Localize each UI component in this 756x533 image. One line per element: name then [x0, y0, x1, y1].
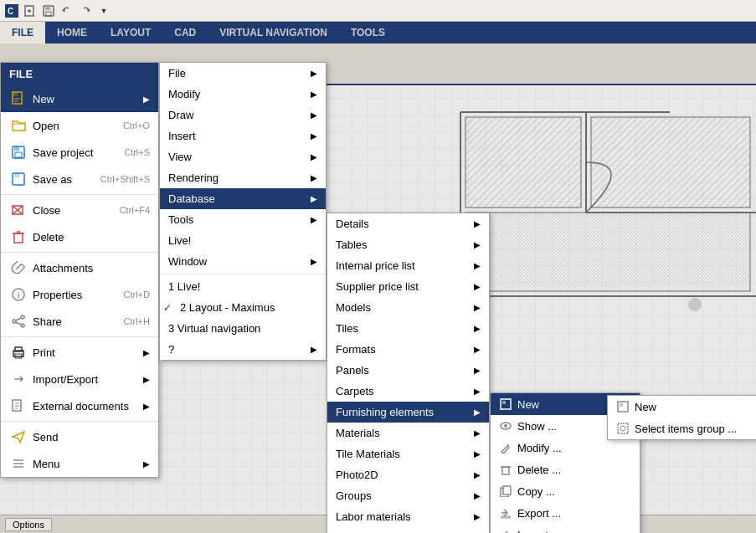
svg-rect-17 [465, 213, 750, 291]
file-menu-close[interactable]: Close Ctrl+F4 [1, 197, 158, 223]
tab-layout[interactable]: LAYOUT [99, 22, 162, 44]
svg-rect-73 [618, 423, 628, 433]
file-menu-menu[interactable]: Menu ▶ [1, 450, 158, 477]
sub3-modify-label: Modify ... [517, 442, 562, 454]
sub2-models[interactable]: Models ▶ [327, 297, 489, 318]
quick-undo-icon[interactable] [59, 3, 75, 19]
sub2-tables[interactable]: Tables ▶ [327, 234, 489, 255]
sub1-database[interactable]: Database ▶ [160, 188, 326, 209]
file-share-shortcut: Ctrl+H [124, 316, 150, 326]
tab-virtual-navigation[interactable]: VIRTUAL NAVIGATION [208, 22, 339, 44]
sub1-file[interactable]: File ▶ [160, 63, 326, 84]
attach-icon [9, 259, 28, 277]
quick-redo-icon[interactable] [77, 3, 94, 19]
file-menu-attachments[interactable]: Attachments [1, 254, 158, 281]
sub1-3virtual[interactable]: 3 Virtual navigation [160, 318, 326, 339]
svg-rect-22 [13, 92, 18, 96]
sub2-carpets[interactable]: Carpets ▶ [327, 381, 489, 402]
svg-rect-44 [15, 347, 22, 351]
sub2-furnishing[interactable]: Furnishing elements ▶ [327, 402, 489, 423]
quick-new-icon[interactable] [22, 3, 39, 19]
tab-tools[interactable]: TOOLS [339, 22, 397, 44]
sub2-formats-label: Formats [336, 343, 376, 356]
sub2-photo2d[interactable]: Photo2D ▶ [327, 464, 489, 485]
sub4-selectgroup-label: Select items group ... [635, 423, 737, 435]
sub2-panels-label: Panels [336, 364, 369, 377]
sub2-materials[interactable]: Materials ▶ [327, 423, 489, 443]
new-icon [9, 90, 28, 108]
sub2-models-label: Models [336, 301, 371, 314]
sub1-window[interactable]: Window ▶ [160, 251, 326, 272]
file-print-arrow: ▶ [143, 348, 150, 357]
tab-home[interactable]: HOME [45, 22, 99, 44]
file-menu-importexport[interactable]: Import/Export ▶ [1, 366, 158, 392]
file-save-label: Save project [33, 146, 93, 159]
sub1-draw[interactable]: Draw ▶ [160, 105, 326, 126]
file-menu-new[interactable]: New ▶ [1, 85, 158, 112]
file-importexport-label: Import/Export [33, 373, 98, 386]
file-attach-label: Attachments [33, 262, 93, 274]
sub2-details[interactable]: Details ▶ [327, 213, 489, 234]
share-icon [9, 312, 28, 331]
quick-menu-arrow-icon[interactable]: ▼ [95, 3, 112, 19]
sub1-1live[interactable]: 1 Live! [160, 276, 326, 297]
sub2-formats[interactable]: Formats ▶ [327, 339, 489, 360]
tab-file[interactable]: FILE [0, 22, 45, 44]
sub2-details-label: Details [336, 218, 369, 230]
sub3-new-icon [499, 397, 512, 411]
sub2-photo2d-arrow: ▶ [474, 470, 481, 479]
sub3-import[interactable]: Import ... [491, 524, 640, 533]
sub2-mosaics[interactable]: Mosaics ▶ [327, 527, 489, 533]
svg-rect-63 [501, 516, 510, 518]
sub2-tilematerials-label: Tile Materials [336, 448, 400, 460]
sub1-modify[interactable]: Modify ▶ [160, 84, 326, 105]
file-menu-externaldocs[interactable]: External documents ▶ [1, 392, 158, 419]
submenu-level1: File ▶ Modify ▶ Draw ▶ Insert ▶ View ▶ R… [159, 62, 327, 361]
sub3-delete[interactable]: Delete ... [491, 459, 640, 480]
sub1-live[interactable]: Live! [160, 230, 326, 251]
sub1-insert-arrow: ▶ [311, 131, 317, 141]
quick-access-toolbar: C ▼ [0, 0, 756, 22]
file-menu-share[interactable]: Share Ctrl+H [1, 308, 158, 335]
sub4-new[interactable]: New [608, 396, 756, 418]
file-menu-saveas[interactable]: Save as Ctrl+Shift+S [1, 166, 158, 192]
sub1-rendering[interactable]: Rendering ▶ [160, 167, 326, 188]
sub3-modify-icon [499, 441, 512, 454]
sub1-2layout[interactable]: ✓ 2 Layout - Maximus [160, 297, 326, 318]
svg-point-38 [21, 315, 24, 319]
sub2-tilematerials-arrow: ▶ [474, 449, 481, 459]
file-menu-properties[interactable]: i Properties Ctrl+D [1, 281, 158, 308]
file-menu-send[interactable]: Send [1, 423, 158, 450]
sub3-export[interactable]: Export ... [491, 502, 640, 524]
sub2-groups-arrow: ▶ [474, 491, 481, 500]
tab-cad[interactable]: CAD [162, 22, 208, 44]
sub2-supplierpricelist[interactable]: Supplier price list ▶ [327, 276, 489, 297]
file-open-shortcut: Ctrl+O [123, 120, 150, 131]
quick-save-icon[interactable] [40, 3, 57, 19]
sub2-panels[interactable]: Panels ▶ [327, 360, 489, 381]
sub2-tilematerials[interactable]: Tile Materials ▶ [327, 443, 489, 464]
submenu-level4: New Select items group ... [607, 395, 756, 440]
file-menu-save[interactable]: Save project Ctrl+S [1, 139, 158, 166]
sub2-internalpricelist[interactable]: Internal price list ▶ [327, 255, 489, 276]
file-props-label: Properties [33, 289, 82, 301]
sub3-copy[interactable]: Copy ... [491, 480, 640, 502]
file-close-shortcut: Ctrl+F4 [120, 205, 150, 215]
file-menu-print[interactable]: Print ▶ [1, 339, 158, 366]
sub1-view[interactable]: View ▶ [160, 146, 326, 167]
sub2-tiles[interactable]: Tiles ▶ [327, 318, 489, 339]
svg-rect-58 [502, 467, 509, 474]
sub2-groups[interactable]: Groups ▶ [327, 485, 489, 506]
sub1-tools[interactable]: Tools ▶ [160, 209, 326, 230]
svg-rect-54 [502, 401, 506, 404]
options-button[interactable]: Options [5, 518, 52, 531]
sub1-question-arrow: ▶ [311, 345, 317, 354]
sub4-selectgroup[interactable]: Select items group ... [608, 418, 756, 439]
sub2-groups-label: Groups [336, 489, 372, 502]
file-menu-open[interactable]: Open Ctrl+O [1, 112, 158, 139]
sub3-copy-icon [499, 484, 512, 498]
sub1-question[interactable]: ? ▶ [160, 339, 326, 360]
sub2-labormaterials[interactable]: Labor materials ▶ [327, 506, 489, 527]
sub1-insert[interactable]: Insert ▶ [160, 126, 326, 146]
file-menu-delete[interactable]: Delete [1, 223, 158, 250]
